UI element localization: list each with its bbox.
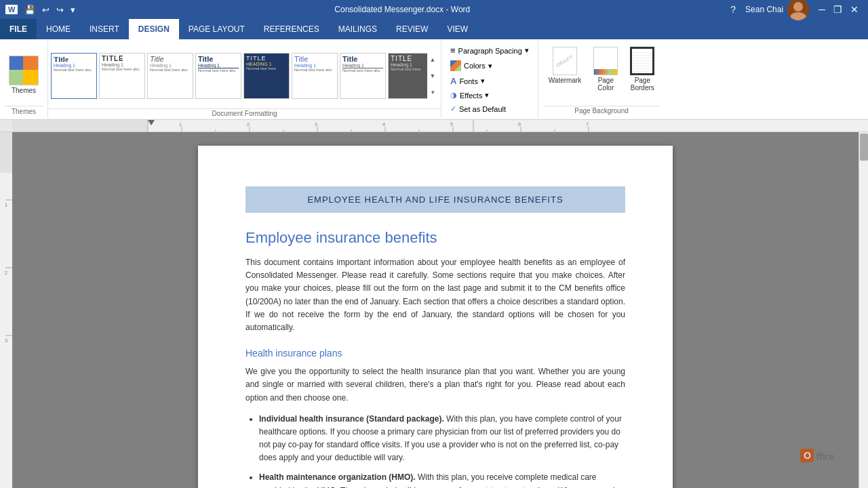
horizontal-ruler: 1 2 3 4 5 6 7 xyxy=(0,120,868,132)
title-bar-right: ? Sean Chai ─ ❐ ✕ xyxy=(726,0,863,20)
svg-text:1: 1 xyxy=(5,202,8,208)
checkmark-icon: ✓ xyxy=(450,104,456,113)
svg-text:3: 3 xyxy=(315,121,318,127)
tab-insert[interactable]: INSERT xyxy=(80,19,129,39)
fonts-label: Fonts xyxy=(459,77,478,85)
vertical-ruler: 1 2 3 xyxy=(0,132,12,488)
ribbon-tabs: FILE HOME INSERT DESIGN PAGE LAYOUT REFE… xyxy=(0,19,868,39)
office-logo: O ffice xyxy=(800,445,854,468)
fonts-button[interactable]: A Fonts ▾ xyxy=(447,74,532,88)
watermark-icon: DRAFT xyxy=(553,47,577,75)
svg-rect-27 xyxy=(0,132,12,173)
effects-button[interactable]: ◑ Effects ▾ xyxy=(447,89,532,102)
document-health-intro: We give you the opportunity to select th… xyxy=(245,365,625,405)
document-h1: Employee insurance benefits xyxy=(245,229,625,247)
page-borders-icon xyxy=(630,47,654,75)
svg-text:O: O xyxy=(804,450,811,461)
ruler-corner xyxy=(0,120,12,131)
style-item-5[interactable]: TITLE HEADING 1 Normal text here xyxy=(243,53,290,99)
document-title: Consolidated Messenger.docx - Word xyxy=(334,5,470,14)
themes-group: Themes Themes xyxy=(0,41,48,118)
colors-button[interactable]: Colors ▾ xyxy=(447,58,532,73)
style-gallery-items: Title Heading 1 Normal text here abc TIT… xyxy=(51,53,427,99)
themes-icon xyxy=(9,56,39,85)
doc-format-group: ≡ Paragraph Spacing ▾ Colors ▾ A Fonts ▾ xyxy=(441,41,538,118)
svg-text:7: 7 xyxy=(586,121,589,127)
help-button[interactable]: ? xyxy=(726,3,740,16)
restore-button[interactable]: ❐ xyxy=(829,3,846,16)
style-item-2[interactable]: TITLE Heading 1 Normal text here abc xyxy=(99,53,145,99)
doc-format-controls: ≡ Paragraph Spacing ▾ Colors ▾ A Fonts ▾ xyxy=(447,43,532,115)
style-item-3[interactable]: Title Heading 1 Normal text here abc xyxy=(147,53,193,99)
gallery-more[interactable]: ▾ xyxy=(427,84,438,100)
svg-text:1: 1 xyxy=(179,121,182,127)
vertical-scrollbar[interactable] xyxy=(859,132,868,488)
themes-group-label: Themes xyxy=(4,106,43,115)
paragraph-spacing-label: Paragraph Spacing xyxy=(458,47,522,55)
avatar xyxy=(787,0,809,20)
effects-chevron: ▾ xyxy=(485,91,489,100)
customize-qat-button[interactable]: ▾ xyxy=(68,3,78,16)
redo-button[interactable]: ↪ xyxy=(54,3,66,16)
page-color-icon xyxy=(593,47,618,75)
title-bar: W 💾 ↩ ↪ ▾ Consolidated Messenger.docx - … xyxy=(0,0,868,19)
tab-home[interactable]: HOME xyxy=(37,19,80,39)
svg-point-0 xyxy=(793,2,803,12)
gallery-scroll-controls: ▲ ▼ ▾ xyxy=(427,52,438,100)
indent-marker xyxy=(148,120,155,125)
svg-rect-26 xyxy=(0,132,12,488)
page-background-label: Page Background xyxy=(544,106,660,115)
paragraph-spacing-button[interactable]: ≡ Paragraph Spacing ▾ xyxy=(447,43,532,58)
close-button[interactable]: ✕ xyxy=(846,3,863,16)
bullet-2-bold: Health maintenance organization (HMO). xyxy=(259,472,416,482)
document-header-banner: EMPLOYEE HEALTH AND LIFE INSURANCE BENEF… xyxy=(245,186,625,213)
tab-design[interactable]: DESIGN xyxy=(129,19,179,39)
tab-mailings[interactable]: MAILINGS xyxy=(329,19,387,39)
themes-button[interactable]: Themes xyxy=(4,52,43,98)
page-color-label: PageColor xyxy=(597,77,614,92)
tab-review[interactable]: REVIEW xyxy=(387,19,437,39)
bullet-item-1: Individual health insurance (Standard pa… xyxy=(259,413,625,465)
undo-button[interactable]: ↩ xyxy=(39,3,52,16)
ribbon: FILE HOME INSERT DESIGN PAGE LAYOUT REFE… xyxy=(0,19,868,120)
style-item-1[interactable]: Title Heading 1 Normal text here abc xyxy=(51,53,97,99)
set-as-default-button[interactable]: ✓ Set as Default xyxy=(447,102,532,115)
svg-text:ffice: ffice xyxy=(816,451,833,462)
tab-view[interactable]: VIEW xyxy=(437,19,477,39)
scrollbar-thumb[interactable] xyxy=(860,134,868,161)
ruler-content: 1 2 3 4 5 6 7 xyxy=(12,120,868,131)
style-item-4[interactable]: Title Heading 1 Normal text here abc xyxy=(195,53,241,99)
user-name: Sean Chai xyxy=(745,5,783,14)
document-formatting-label: Document Formatting xyxy=(48,108,441,118)
tab-references[interactable]: REFERENCES xyxy=(254,19,329,39)
colors-label: Colors xyxy=(464,62,486,70)
window-controls: ─ ❐ ✕ xyxy=(814,3,863,16)
page-borders-label: PageBorders xyxy=(631,77,654,92)
document-scroll-area[interactable]: EMPLOYEE HEALTH AND LIFE INSURANCE BENEF… xyxy=(12,132,859,488)
bullet-1-bold: Individual health insurance (Standard pa… xyxy=(259,414,444,424)
style-item-8[interactable]: TITLE Heading 1 Normal text here xyxy=(388,53,427,99)
minimize-button[interactable]: ─ xyxy=(814,3,829,16)
page-color-button[interactable]: PageColor xyxy=(589,43,623,95)
gallery-scroll-down[interactable]: ▼ xyxy=(427,68,438,84)
style-gallery-group: Title Heading 1 Normal text here abc TIT… xyxy=(48,41,441,118)
style-item-6[interactable]: Title Heading 1 Normal text here abc xyxy=(292,53,338,99)
svg-point-1 xyxy=(790,12,806,20)
user-area: Sean Chai xyxy=(745,0,809,20)
page-background-content: DRAFT Watermark PageColor PageBorde xyxy=(544,43,660,106)
page-borders-button[interactable]: PageBorders xyxy=(625,43,659,95)
gallery-scroll-up[interactable]: ▲ xyxy=(427,52,438,68)
bullet-item-2: Health maintenance organization (HMO). W… xyxy=(259,471,625,488)
word-icon: W xyxy=(5,5,18,14)
watermark-button[interactable]: DRAFT Watermark xyxy=(544,43,587,87)
watermark-label: Watermark xyxy=(549,77,582,84)
save-button[interactable]: 💾 xyxy=(22,3,38,16)
tab-file[interactable]: FILE xyxy=(0,19,37,39)
title-bar-left: W 💾 ↩ ↪ ▾ xyxy=(5,3,78,16)
style-item-7[interactable]: Title Heading 1 Normal text here abc xyxy=(340,53,386,99)
svg-text:6: 6 xyxy=(518,121,521,127)
tab-page-layout[interactable]: PAGE LAYOUT xyxy=(179,19,254,39)
page-background-group: DRAFT Watermark PageColor PageBorde xyxy=(538,41,665,118)
svg-text:5: 5 xyxy=(450,121,454,127)
svg-text:2: 2 xyxy=(247,121,250,127)
